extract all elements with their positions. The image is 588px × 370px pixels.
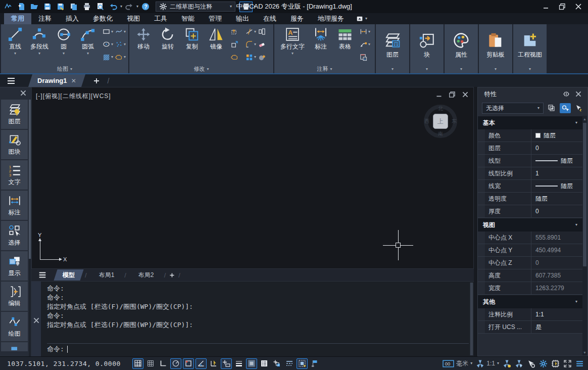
workspace-flag-toggle[interactable] [309, 358, 320, 369]
section-header-基本[interactable]: 基本▾ [478, 116, 582, 129]
linetype-display-toggle[interactable] [284, 358, 295, 369]
selection-dropdown[interactable]: 无选择 ▾ [482, 103, 544, 114]
property-value[interactable]: 随层 [531, 180, 582, 192]
polar-tracking-toggle[interactable] [170, 358, 181, 369]
drawing-canvas[interactable]: [-][俯视][二维线框][WCS] 北 南 西 东 上 Y [31, 87, 474, 269]
panel-dropdown-clipboard[interactable]: ▾ [479, 65, 512, 73]
properties-close-icon[interactable] [574, 90, 582, 98]
property-value[interactable]: 0 [531, 205, 582, 217]
chevron-down-icon[interactable]: ▾ [330, 67, 332, 71]
chevron-down-icon[interactable]: ▾ [14, 52, 16, 56]
ribbon-tab-在线[interactable]: 在线 [256, 13, 283, 24]
table-button[interactable]: 表格 [333, 25, 357, 64]
layout-tab-模型[interactable]: 模型 [54, 269, 83, 281]
circle-button[interactable]: 圆▾ [52, 25, 75, 64]
fullscreen-button[interactable] [563, 359, 572, 368]
panel-dropdown-attributes[interactable]: ▾ [445, 65, 478, 73]
command-input[interactable]: 命令: [47, 343, 469, 354]
command-scrollbar[interactable] [470, 283, 473, 355]
chevron-down-icon[interactable]: ▾ [391, 67, 394, 71]
snap-mode-toggle[interactable] [145, 358, 156, 369]
new-document-tab-button[interactable] [92, 77, 101, 85]
property-value[interactable]: 0 [531, 142, 582, 154]
leader-button[interactable]: ▾ [360, 39, 372, 50]
text-frame-button[interactable]: A [360, 52, 372, 63]
section-header-其他[interactable]: 其他▾ [478, 295, 582, 308]
new-layout-button[interactable] [169, 272, 175, 279]
open-file-button[interactable] [28, 1, 40, 12]
ortho-mode-toggle[interactable] [158, 358, 169, 369]
quick-select-button[interactable] [546, 103, 557, 113]
attributes-button[interactable]: 属性 [447, 30, 475, 59]
ribbon-tab-服务[interactable]: 服务 [283, 13, 311, 24]
app-logo-icon[interactable] [2, 1, 14, 12]
command-window[interactable]: 命令:命令:指定对角点或 [栏选(F)/圈围(WP)/圈交(CP)]:命令:指定… [31, 281, 474, 356]
ribbon-tab-管理[interactable]: 管理 [202, 13, 229, 24]
transparency-toggle[interactable] [246, 358, 257, 369]
chevron-down-icon[interactable]: ▾ [124, 55, 126, 59]
ribbon-tab-地理服务[interactable]: 地理服务 [311, 13, 351, 24]
chevron-down-icon[interactable]: ▾ [63, 52, 65, 56]
quick-print-button[interactable] [239, 2, 253, 12]
angle-snap-toggle[interactable] [195, 358, 207, 369]
annotation-visibility-button[interactable] [503, 359, 511, 368]
selection-filter-button[interactable] [527, 359, 535, 368]
annotation-autoscale-toggle[interactable] [297, 358, 308, 369]
property-value[interactable]: 0 [531, 257, 582, 269]
panel-label-draw[interactable]: 绘图▾ [1, 65, 128, 73]
chevron-down-icon[interactable]: ▾ [111, 55, 113, 59]
annotation-scale-selector[interactable]: 1:1 ▾ [476, 359, 499, 368]
palette-item-编辑[interactable]: 编辑 [1, 282, 28, 311]
panel-dropdown-engineering-view[interactable]: ▾ [513, 65, 547, 73]
print-button[interactable] [81, 1, 93, 12]
ribbon-tab-智能[interactable]: 智能 [174, 13, 202, 24]
rectangle-button[interactable]: ▾ [103, 26, 113, 37]
arc-button[interactable]: 圆弧▾ [76, 25, 100, 64]
engineering-view-button[interactable]: 工程视图 [516, 30, 544, 59]
layout-tab-布局2[interactable]: 布局2 [129, 269, 163, 281]
palette-item-图层[interactable]: 图层 [1, 100, 28, 129]
compass-north[interactable]: 北 [438, 105, 443, 112]
chevron-down-icon[interactable]: ▾ [575, 300, 577, 304]
clipboard-button[interactable]: 剪贴板 [481, 30, 510, 59]
redo-dropdown-icon[interactable]: ▾ [136, 5, 138, 9]
units-selector[interactable]: 00 毫米 ▾ [443, 359, 472, 368]
scroll-down-icon[interactable]: ▼ [582, 349, 587, 355]
panel-dropdown-block[interactable]: ▾ [410, 65, 444, 73]
ribbon-tab-参数化[interactable]: 参数化 [86, 13, 120, 24]
ribbon-tab-常用[interactable]: 常用 [4, 13, 31, 24]
panel-label-annotate[interactable]: 注释▾ [274, 65, 375, 73]
palette-item-标注[interactable]: 标注 [1, 191, 28, 220]
explode-button[interactable] [258, 52, 271, 63]
panel-dock-icon[interactable] [562, 90, 570, 98]
mirror-button[interactable]: 镜像 [205, 25, 228, 64]
undo-button[interactable] [107, 1, 119, 12]
palette-item-绘图[interactable]: 绘图 [1, 312, 28, 341]
object-snap-tracking-toggle[interactable] [208, 358, 219, 369]
property-value[interactable]: 随层 [531, 129, 582, 142]
section-header-视图[interactable]: 视图▾ [478, 218, 582, 232]
rotate-button[interactable]: 旋转 [156, 25, 179, 64]
property-value[interactable]: 随层 [531, 193, 582, 205]
chevron-down-icon[interactable]: ▾ [124, 30, 126, 34]
lineweight-display-toggle[interactable] [233, 358, 244, 369]
print-preview-button[interactable] [94, 1, 106, 12]
align-button[interactable] [258, 26, 271, 37]
ribbon-tab-视图[interactable]: 视图 [120, 13, 147, 24]
minimize-button[interactable] [538, 1, 554, 12]
settings-gear-button[interactable] [539, 359, 548, 368]
ribbon-tab-注释[interactable]: 注释 [31, 13, 59, 24]
chevron-down-icon[interactable]: ▾ [529, 67, 531, 71]
chevron-down-icon[interactable]: ▾ [426, 67, 428, 71]
copy-button[interactable] [68, 1, 80, 12]
chevron-down-icon[interactable]: ▾ [111, 30, 113, 34]
chevron-down-icon[interactable]: ▾ [207, 67, 209, 71]
palette-item-partial[interactable] [1, 342, 28, 351]
revcloud-button[interactable] [231, 52, 243, 63]
layers-button[interactable]: 图层 [378, 30, 407, 59]
scroll-up-icon[interactable]: ▲ [582, 116, 587, 122]
polyline-button[interactable]: 多段线▾ [28, 25, 51, 64]
hardware-acceleration-button[interactable] [551, 359, 560, 368]
panel-dropdown-layers[interactable]: ▾ [376, 65, 409, 73]
erase-button[interactable] [258, 39, 271, 50]
